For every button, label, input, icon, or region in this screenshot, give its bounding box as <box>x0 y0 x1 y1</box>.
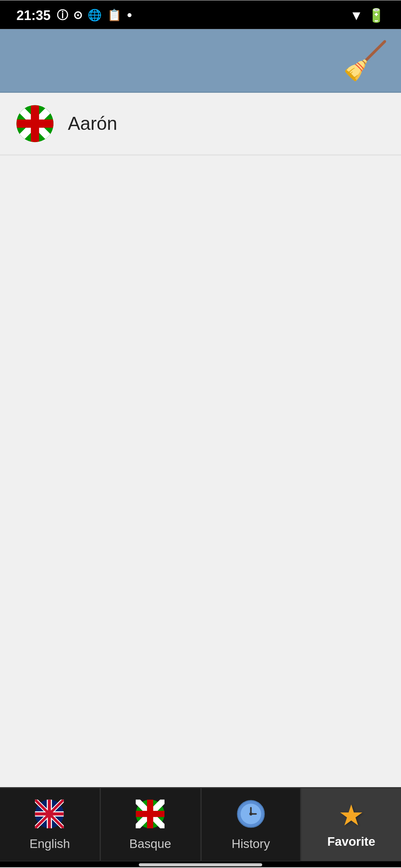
svg-rect-20 <box>136 811 165 817</box>
clipboard-icon: 📋 <box>107 8 122 22</box>
status-right: ▼ 🔋 <box>350 7 385 23</box>
history-clock-icon <box>237 799 265 832</box>
status-bar: 21:35 ⓘ ⊙ 🌐 📋 ● ▼ 🔋 <box>0 0 401 29</box>
tab-history[interactable]: History <box>201 788 301 861</box>
status-left: 21:35 ⓘ ⊙ 🌐 📋 ● <box>16 7 132 23</box>
favorite-star-icon: ★ <box>338 801 364 830</box>
content-area: Aarón <box>0 93 401 788</box>
item-name: Aarón <box>68 113 117 135</box>
home-indicator <box>0 861 401 868</box>
tab-history-label: History <box>232 836 270 851</box>
app-header: 🧹 <box>0 29 401 93</box>
tab-favorite-label: Favorite <box>327 834 375 849</box>
basque-flag-icon <box>16 105 53 142</box>
tab-favorite[interactable]: ★ Favorite <box>301 788 401 861</box>
tab-english-label: English <box>29 836 70 851</box>
tab-basque-label: Basque <box>129 836 171 851</box>
battery-icon: 🔋 <box>368 7 384 23</box>
status-icons-left: ⓘ ⊙ 🌐 📋 ● <box>57 7 132 23</box>
globe-icon: 🌐 <box>88 8 102 22</box>
svg-rect-4 <box>16 120 53 128</box>
basque-nav-flag-icon <box>136 799 165 832</box>
dot-icon: ● <box>127 10 132 20</box>
info-icon: ⓘ <box>57 7 68 23</box>
circle-icon: ⊙ <box>73 8 82 22</box>
wifi-icon: ▼ <box>350 7 363 23</box>
tab-english[interactable]: English <box>0 788 101 861</box>
home-bar <box>139 863 262 866</box>
list-item[interactable]: Aarón <box>0 93 401 156</box>
bottom-nav: English Basque H <box>0 788 401 861</box>
clear-button[interactable]: 🧹 <box>342 39 389 82</box>
uk-flag-icon <box>35 799 64 832</box>
status-time: 21:35 <box>16 7 50 23</box>
tab-basque[interactable]: Basque <box>101 788 201 861</box>
